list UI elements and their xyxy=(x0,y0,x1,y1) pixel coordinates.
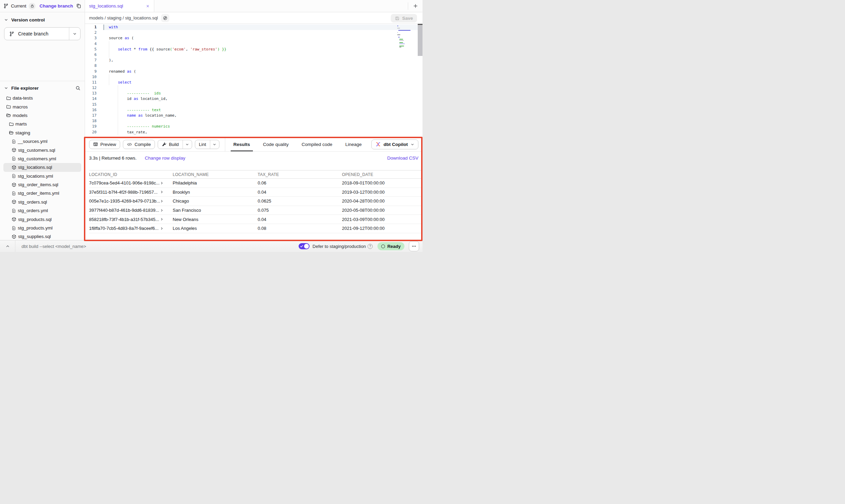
collapse-command-bar-button[interactable] xyxy=(0,240,15,252)
create-branch-dropdown[interactable] xyxy=(69,28,80,40)
build-button[interactable]: Build xyxy=(158,140,183,149)
file-search-button[interactable] xyxy=(75,86,81,91)
code-pane[interactable]: withsource as ( select * from {{ source(… xyxy=(103,24,422,137)
cell-location-id: 858218fb-73f7-4b1b-a31f-57b345... xyxy=(89,217,160,222)
file-item-stg-products-sql[interactable]: stg_products.sql xyxy=(3,215,81,223)
minimap[interactable] xyxy=(397,26,411,48)
table-row[interactable]: 3977f440-b87d-461b-9dd6-81839...San Fran… xyxy=(89,206,422,215)
file-item-stg-customers-sql[interactable]: stg_customers.sql xyxy=(3,146,81,154)
code-line-1[interactable]: with xyxy=(103,25,422,30)
download-csv-link[interactable]: Download CSV xyxy=(387,155,418,161)
table-row[interactable]: 005e7e1c-1935-4269-b479-0713b...Chicago0… xyxy=(89,197,422,206)
column-header-opened_date[interactable]: OPENED_DATE xyxy=(342,172,422,177)
file-item-marts[interactable]: marts xyxy=(3,120,81,128)
file-item-stg-orders-sql[interactable]: stg_orders.sql xyxy=(3,198,81,206)
lint-dropdown[interactable] xyxy=(210,140,219,149)
save-button[interactable]: Save xyxy=(391,14,417,23)
file-list: data-testsmacrosmodelsmartsstaging__sour… xyxy=(0,94,85,240)
file-item-stg-orders-yml[interactable]: stg_orders.yml xyxy=(3,206,81,215)
code-line-6[interactable] xyxy=(103,52,422,58)
code-line-18[interactable] xyxy=(103,118,422,124)
breadcrumb: models / staging / stg_locations.sql xyxy=(89,15,158,20)
file-item-stg-locations-sql[interactable]: stg_locations.sql xyxy=(3,163,81,172)
defer-toggle[interactable] xyxy=(299,243,310,249)
new-tab-button[interactable] xyxy=(408,3,422,9)
code-line-8[interactable] xyxy=(103,63,422,69)
panel-tabs: ResultsCode qualityCompiled codeLineage xyxy=(233,137,362,151)
file-item-data-tests[interactable]: data-tests xyxy=(3,94,81,102)
expand-row-button[interactable] xyxy=(160,190,163,194)
code-icon xyxy=(127,142,132,147)
code-line-5[interactable]: select * from {{ source('ecom', 'raw_sto… xyxy=(103,47,422,52)
file-item-macros[interactable]: macros xyxy=(3,102,81,111)
code-line-20[interactable]: tax_rate, xyxy=(103,130,422,135)
code-editor[interactable]: 1234567891011121314151617181920 withsour… xyxy=(85,24,422,137)
panel-tab-results[interactable]: Results xyxy=(233,137,250,151)
column-header-tax_rate[interactable]: TAX_RATE xyxy=(258,172,342,177)
expand-row-button[interactable] xyxy=(160,199,163,203)
change-branch-link[interactable]: Change branch xyxy=(40,3,73,9)
tab-close-button[interactable] xyxy=(146,4,150,8)
more-options-button[interactable] xyxy=(409,241,419,251)
change-row-display-link[interactable]: Change row display xyxy=(145,155,185,161)
code-line-17[interactable]: name as location_name, xyxy=(103,113,422,118)
file-item-stg-order-items-sql[interactable]: stg_order_items.sql xyxy=(3,180,81,189)
code-line-2[interactable] xyxy=(103,30,422,35)
code-line-7[interactable]: ), xyxy=(103,58,422,63)
command-input[interactable]: dbt build --select <model_name> xyxy=(22,244,86,249)
file-name: data-tests xyxy=(13,95,33,101)
code-line-9[interactable]: renamed as ( xyxy=(103,69,422,74)
code-line-3[interactable]: source as ( xyxy=(103,35,422,41)
table-row[interactable]: 858218fb-73f7-4b1b-a31f-57b345...New Orl… xyxy=(89,215,422,224)
panel-tab-lineage[interactable]: Lineage xyxy=(345,137,362,151)
file-item-stg-supplies-sql[interactable]: stg_supplies.sql xyxy=(3,232,81,240)
expand-row-button[interactable] xyxy=(160,218,163,221)
copy-branch-button[interactable] xyxy=(76,3,81,9)
file-item-stg-locations-yml[interactable]: stg_locations.yml xyxy=(3,172,81,180)
help-icon[interactable]: ? xyxy=(368,244,373,249)
expand-row-button[interactable] xyxy=(160,181,163,185)
wrench-icon xyxy=(162,142,167,147)
file-name: stg_locations.yml xyxy=(18,174,53,179)
preview-button[interactable]: Preview xyxy=(89,140,120,149)
code-line-10[interactable] xyxy=(103,74,422,80)
file-item-stg-order-items-yml[interactable]: stg_order_items.yml xyxy=(3,189,81,197)
file-item-stg-customers-yml[interactable]: stg_customers.yml xyxy=(3,154,81,163)
expand-row-button[interactable] xyxy=(160,227,163,230)
tab-stg-locations-sql[interactable]: stg_locations.sql xyxy=(85,0,154,12)
compile-button[interactable]: Compile xyxy=(123,140,155,149)
file-explorer-header[interactable]: File explorer xyxy=(0,84,85,92)
code-line-13[interactable]: ---------- ids xyxy=(103,91,422,96)
open-lineage-button[interactable] xyxy=(161,14,169,22)
create-branch-button[interactable]: Create branch xyxy=(4,28,69,40)
code-line-19[interactable]: ---------- numerics xyxy=(103,124,422,129)
code-line-16[interactable]: ---------- text xyxy=(103,107,422,113)
column-header-location_name[interactable]: LOCATION_NAME xyxy=(173,172,258,177)
lint-button[interactable]: Lint xyxy=(195,140,210,149)
dbt-copilot-button[interactable]: dbt Copilot xyxy=(371,139,418,149)
column-header-location_id[interactable]: LOCATION_ID xyxy=(89,172,173,177)
table-row[interactable]: 7c079cea-5ed4-4101-906e-9198c...Philadel… xyxy=(89,179,422,188)
panel-tab-compiled-code[interactable]: Compiled code xyxy=(302,137,332,151)
file-item-staging[interactable]: staging xyxy=(3,129,81,137)
table-row[interactable]: 37e5f311-b7f4-4f2f-988b-719657...Brookly… xyxy=(89,188,422,197)
build-dropdown[interactable] xyxy=(183,140,192,149)
code-line-14[interactable]: id as location_id, xyxy=(103,96,422,102)
code-line-15[interactable] xyxy=(103,102,422,107)
code-line-12[interactable] xyxy=(103,85,422,91)
table-row[interactable]: 1f8ffa70-7cb5-4d83-8a7f-9aceef6...Los An… xyxy=(89,224,422,233)
panel-tab-code-quality[interactable]: Code quality xyxy=(263,137,289,151)
expand-row-button[interactable] xyxy=(160,209,163,212)
file-item--sources-yml[interactable]: __sources.yml xyxy=(3,137,81,146)
file-item-stg-products-yml[interactable]: stg_products.yml xyxy=(3,224,81,232)
code-line-11[interactable]: select xyxy=(103,80,422,85)
code-line-4[interactable] xyxy=(103,41,422,47)
bottom-panel: Preview Compile Build xyxy=(85,137,422,240)
compile-label: Compile xyxy=(134,142,151,147)
file-item-models[interactable]: models xyxy=(3,111,81,120)
version-control-header[interactable]: Version control xyxy=(0,15,85,24)
minimap-line xyxy=(399,40,404,41)
file-name: stg_products.sql xyxy=(18,217,52,222)
editor-scrollbar[interactable] xyxy=(418,24,422,56)
indent-guide xyxy=(109,74,109,80)
